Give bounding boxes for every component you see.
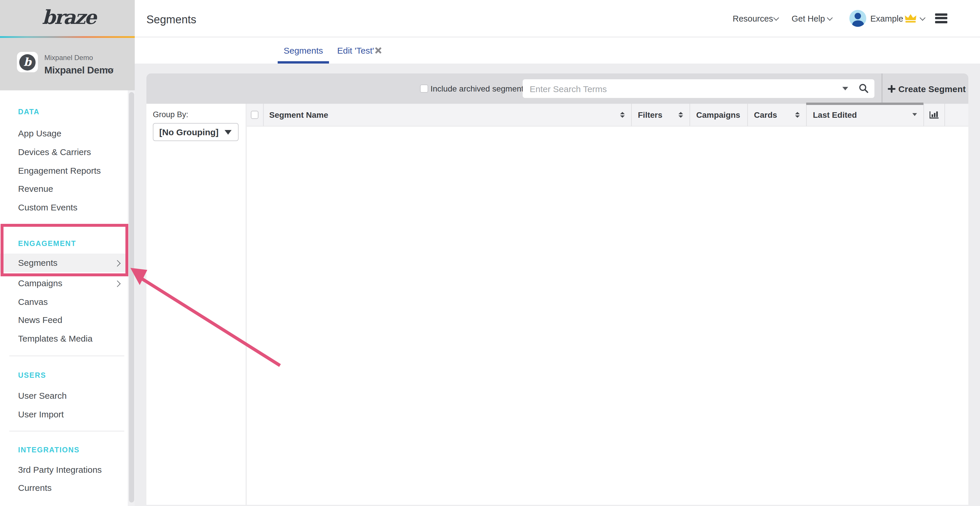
braze-dashboard: braze b Mixpanel Demo Mixpanel Demo DATA… <box>0 0 980 506</box>
bar-chart-icon <box>929 111 939 119</box>
avatar-person-icon <box>852 20 864 27</box>
column-label: Segment Name <box>269 110 328 119</box>
group-by-dropdown[interactable]: [No Grouping] <box>153 123 239 141</box>
sort-icon <box>620 112 624 118</box>
page-title: Segments <box>146 13 196 26</box>
sidebar-scrollbar-thumb[interactable] <box>129 92 134 503</box>
group-by-panel: Group By: [No Grouping] <box>146 104 246 504</box>
toolbar-divider <box>881 73 882 104</box>
column-segment-name[interactable]: Segment Name <box>263 104 631 125</box>
sidebar-item-campaigns[interactable]: Campaigns <box>0 276 128 290</box>
group-by-value: [No Grouping] <box>159 127 218 137</box>
column-label: Cards <box>754 110 777 119</box>
sidebar-item-currents[interactable]: Currents <box>0 481 128 495</box>
tab-bar: Segments Edit 'Test' <box>135 37 980 63</box>
sidebar: DATA App Usage Devices & Carriers Engage… <box>0 90 128 506</box>
column-last-edited[interactable]: Last Edited <box>806 104 923 125</box>
create-segment-label: Create Segment <box>898 84 966 94</box>
user-name[interactable]: Example <box>870 14 903 23</box>
sort-icon <box>795 112 799 118</box>
sidebar-item-canvas[interactable]: Canvas <box>0 295 128 309</box>
sidebar-divider <box>10 431 124 431</box>
column-label: Last Edited <box>813 110 857 119</box>
column-label: Campaigns <box>696 110 740 119</box>
sidebar-item-user-search[interactable]: User Search <box>0 389 128 403</box>
group-by-label: Group By: <box>153 110 188 119</box>
column-campaigns[interactable]: Campaigns <box>689 104 747 125</box>
workspace-icon: b <box>17 52 38 72</box>
segments-table: Segment Name Filters Campaigns Cards Las… <box>247 104 968 504</box>
sidebar-item-revenue[interactable]: Revenue <box>0 182 128 196</box>
search-icon[interactable] <box>859 83 869 94</box>
sort-icon <box>678 112 683 118</box>
column-analytics[interactable] <box>923 104 944 125</box>
menu-icon[interactable] <box>935 13 947 23</box>
sidebar-item-app-usage[interactable]: App Usage <box>0 127 128 141</box>
sidebar-item-engagement-reports[interactable]: Engagement Reports <box>0 164 128 178</box>
segments-toolbar: Include archived segments Create Segment <box>146 73 968 104</box>
workspace-company-label: Mixpanel Demo <box>45 54 93 62</box>
sidebar-section-engagement: ENGAGEMENT <box>18 240 76 248</box>
search-input[interactable] <box>523 79 874 98</box>
table-header-row: Segment Name Filters Campaigns Cards Las… <box>247 104 968 126</box>
column-filters[interactable]: Filters <box>631 104 689 125</box>
column-filler <box>944 104 968 125</box>
sidebar-item-3rd-party-integrations[interactable]: 3rd Party Integrations <box>0 463 128 477</box>
workspace-name: Mixpanel Demo <box>45 64 113 76</box>
get-help-menu[interactable]: Get Help <box>792 14 825 23</box>
sorted-column-indicator <box>806 103 923 105</box>
sidebar-section-integrations: INTEGRATIONS <box>18 446 80 454</box>
braze-b-icon: b <box>19 54 36 70</box>
sidebar-item-segments[interactable]: Segments <box>0 256 128 270</box>
close-icon[interactable] <box>375 47 382 53</box>
plus-icon <box>888 85 896 92</box>
select-all-checkbox[interactable] <box>251 111 259 119</box>
include-archived-checkbox[interactable] <box>420 84 428 92</box>
column-cards[interactable]: Cards <box>747 104 806 125</box>
sort-desc-icon <box>912 113 917 116</box>
include-archived-label: Include archived segments <box>431 84 528 93</box>
sidebar-item-templates-media[interactable]: Templates & Media <box>0 332 128 346</box>
column-label: Filters <box>638 110 662 119</box>
sidebar-section-users: USERS <box>18 371 46 379</box>
tab-edit-test[interactable]: Edit 'Test' <box>337 37 374 63</box>
sidebar-item-custom-events[interactable]: Custom Events <box>0 200 128 214</box>
sidebar-divider <box>10 355 124 356</box>
sidebar-item-devices-carriers[interactable]: Devices & Carriers <box>0 145 128 159</box>
crown-icon <box>904 13 917 23</box>
sidebar-item-news-feed[interactable]: News Feed <box>0 313 128 327</box>
dropdown-caret-icon <box>224 130 232 135</box>
create-segment-button[interactable]: Create Segment <box>888 73 966 104</box>
avatar[interactable] <box>850 10 866 27</box>
search-dropdown-caret-icon[interactable] <box>842 87 848 90</box>
tab-segments[interactable]: Segments <box>278 37 329 63</box>
select-all-checkbox-cell <box>247 104 263 125</box>
avatar-person-icon <box>854 13 861 19</box>
sidebar-item-user-import[interactable]: User Import <box>0 408 128 422</box>
resources-menu[interactable]: Resources <box>733 14 773 23</box>
sidebar-section-data: DATA <box>18 108 40 116</box>
braze-logo[interactable]: braze <box>42 6 95 29</box>
